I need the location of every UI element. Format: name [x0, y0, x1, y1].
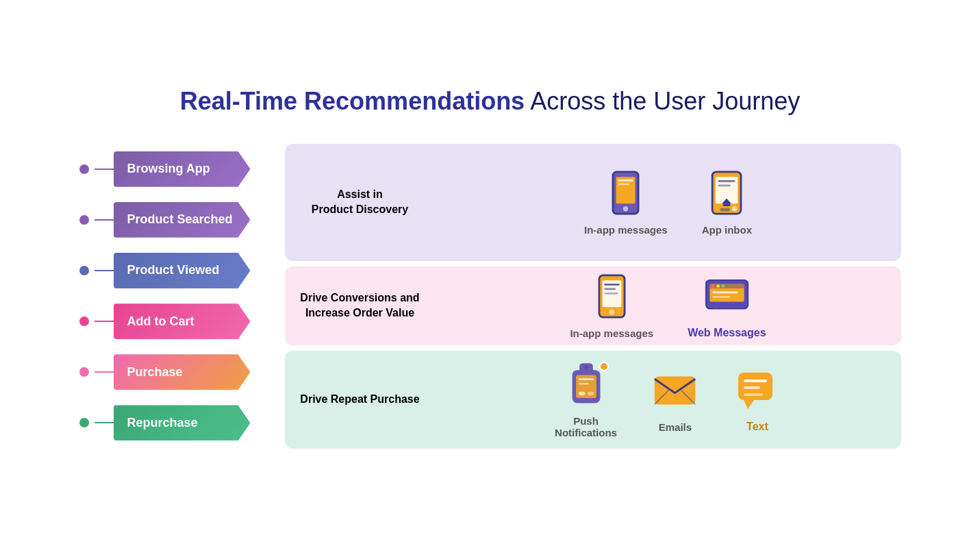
channel-icon: [651, 366, 699, 414]
event-connector-line: [95, 321, 115, 322]
channel-icon: [588, 273, 636, 321]
section-row-1: Drive Conversions andIncrease Order Valu…: [285, 266, 901, 345]
event-badge: Repurchase: [114, 405, 251, 440]
event-badge: Add to Cart: [114, 303, 251, 339]
event-item: Add to Cart: [79, 303, 278, 339]
event-badge: Product Viewed: [114, 253, 251, 288]
event-badge: Browsing App: [114, 151, 251, 187]
channel-label: PushNotifications: [555, 415, 617, 438]
svg-rect-16: [604, 284, 619, 286]
svg-rect-33: [578, 382, 588, 384]
svg-point-15: [610, 310, 614, 314]
channel-label: App inbox: [702, 224, 752, 236]
event-item: Repurchase: [79, 405, 278, 440]
svg-rect-18: [604, 293, 618, 295]
channel-item: PushNotifications: [555, 360, 617, 438]
channel-icon: [602, 169, 650, 217]
svg-rect-43: [744, 393, 763, 396]
svg-rect-22: [709, 284, 744, 288]
event-dot: [79, 418, 89, 427]
svg-marker-40: [744, 400, 754, 409]
svg-rect-27: [712, 296, 730, 298]
svg-rect-17: [604, 288, 616, 290]
channel-item: Text: [733, 366, 781, 433]
main-container: Real-Time Recommendations Across the Use…: [52, 66, 929, 469]
diagram: Browsing AppProduct SearchedProduct View…: [79, 144, 901, 449]
channel-label: In-app messages: [584, 224, 668, 236]
channel-label: Text: [746, 421, 768, 433]
section-row-0: Assist inProduct Discovery In-app messag…: [285, 144, 901, 262]
section-channels: In-app messages App inbox: [436, 144, 901, 262]
event-dot: [79, 164, 89, 174]
svg-rect-4: [618, 184, 630, 186]
section-channels: PushNotifications Emails Text: [436, 351, 901, 449]
svg-rect-8: [718, 185, 731, 187]
section-channels: In-app messages Web Messages: [436, 266, 901, 345]
event-connector-line: [95, 219, 115, 221]
section-row-2: Drive Repeat Purchase PushNotifications …: [285, 351, 901, 449]
svg-rect-35: [587, 391, 593, 395]
channel-item: Web Messages: [688, 272, 766, 339]
event-connector-line: [95, 371, 115, 373]
event-connector-line: [95, 422, 115, 423]
section-label: Drive Repeat Purchase: [285, 351, 436, 449]
channel-item: In-app messages: [584, 169, 668, 236]
channel-label: Emails: [659, 421, 692, 433]
svg-rect-36: [655, 377, 695, 405]
section-label: Drive Conversions andIncrease Order Valu…: [285, 266, 436, 345]
section-label: Assist inProduct Discovery: [285, 144, 436, 262]
events-column: Browsing AppProduct SearchedProduct View…: [79, 144, 285, 449]
channel-label: Web Messages: [688, 327, 766, 339]
channel-item: In-app messages: [570, 273, 653, 339]
svg-point-25: [721, 284, 725, 288]
event-item: Product Searched: [79, 202, 278, 238]
svg-rect-41: [744, 380, 767, 382]
svg-rect-32: [578, 378, 593, 380]
event-connector-line: [95, 270, 115, 271]
event-badge: Purchase: [114, 354, 251, 390]
event-item: Browsing App: [79, 151, 278, 187]
svg-rect-12: [720, 208, 731, 212]
title-part2: Across the User Journey: [530, 87, 800, 115]
channel-icon: [733, 366, 781, 414]
svg-point-11: [732, 206, 737, 211]
svg-rect-42: [744, 386, 760, 389]
svg-rect-10: [723, 204, 730, 207]
event-connector-line: [95, 169, 115, 170]
event-dot: [79, 316, 89, 326]
event-dot: [79, 367, 89, 377]
title-part1: Real-Time Recommendations: [180, 87, 525, 115]
event-dot: [79, 266, 89, 275]
channel-icon: [703, 169, 751, 217]
svg-rect-26: [712, 291, 738, 293]
svg-point-2: [623, 206, 628, 211]
event-item: Purchase: [79, 354, 278, 390]
svg-point-24: [716, 284, 720, 288]
channel-icon: [562, 360, 610, 408]
channel-item: App inbox: [702, 169, 752, 236]
svg-rect-7: [718, 180, 736, 182]
svg-point-23: [712, 284, 715, 288]
notification-dot: [599, 362, 609, 371]
svg-point-31: [584, 365, 588, 369]
svg-rect-3: [618, 179, 633, 182]
event-dot: [79, 215, 89, 225]
page-title: Real-Time Recommendations Across the Use…: [79, 86, 901, 116]
channel-item: Emails: [651, 366, 699, 433]
channel-icon: [703, 272, 751, 320]
event-badge: Product Searched: [114, 202, 251, 238]
event-item: Product Viewed: [79, 253, 278, 288]
svg-rect-34: [578, 391, 584, 395]
sections-column: Assist inProduct Discovery In-app messag…: [285, 144, 901, 449]
channel-label: In-app messages: [570, 327, 653, 339]
